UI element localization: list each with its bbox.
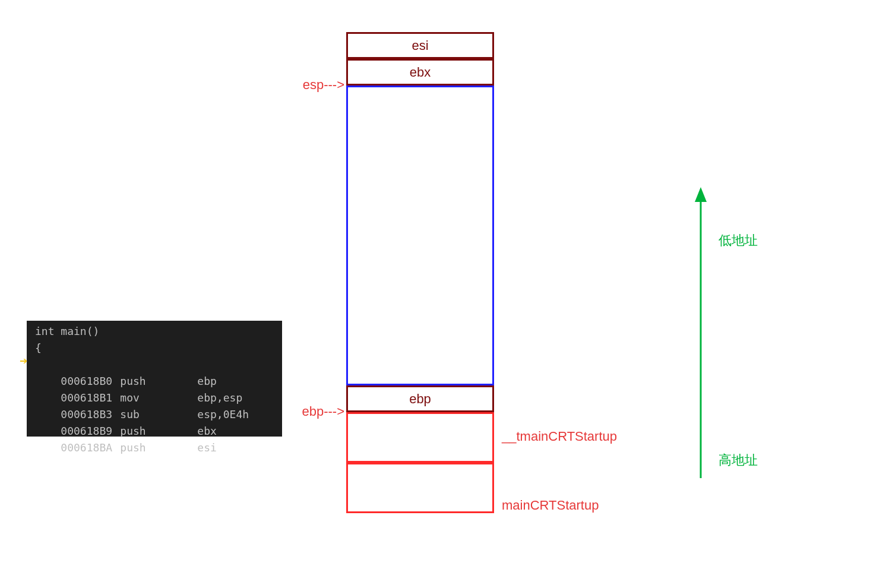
asm-line: 000618B9pushebx: [35, 406, 277, 423]
function-label-main: mainCRTStartup: [502, 498, 599, 513]
ebp-pointer-label: ebp--->: [291, 404, 344, 419]
operand-cell: esi: [197, 440, 217, 456]
code-header-2: {: [35, 340, 277, 356]
addr-cell: 000618BA: [61, 440, 120, 456]
stack-cell-label: ebx: [410, 65, 431, 80]
stack-cell-esi: esi: [346, 32, 494, 59]
esp-pointer-label: esp--->: [291, 77, 344, 93]
stack-cell-ebp: ebp: [346, 385, 494, 412]
stack-local-vars: [346, 86, 494, 385]
mnemonic-cell: push: [120, 440, 197, 456]
asm-line: 000618BApushesi: [35, 423, 277, 440]
address-direction-arrow: [692, 187, 710, 478]
stack-cell-label: esi: [412, 38, 428, 53]
low-address-label: 低地址: [719, 232, 758, 249]
stack-frame-tmain: [346, 412, 494, 463]
svg-marker-1: [695, 187, 707, 202]
asm-line: 000618B0pushebp: [35, 356, 277, 373]
current-line-arrow-icon: ➔: [20, 355, 27, 366]
asm-line: 000618B1movebp,esp: [35, 373, 277, 390]
disassembly-panel: int main() { 000618B0pushebp 000618B1mov…: [27, 321, 282, 437]
stack-cell-label: ebp: [409, 391, 431, 407]
function-label-tmain: __tmainCRTStartup: [502, 429, 617, 444]
asm-line: 000618B3subesp,0E4h: [35, 390, 277, 406]
code-header-1: int main(): [35, 323, 277, 340]
high-address-label: 高地址: [719, 451, 758, 469]
stack-cell-ebx: ebx: [346, 59, 494, 86]
stack-frame-main: [346, 463, 494, 513]
